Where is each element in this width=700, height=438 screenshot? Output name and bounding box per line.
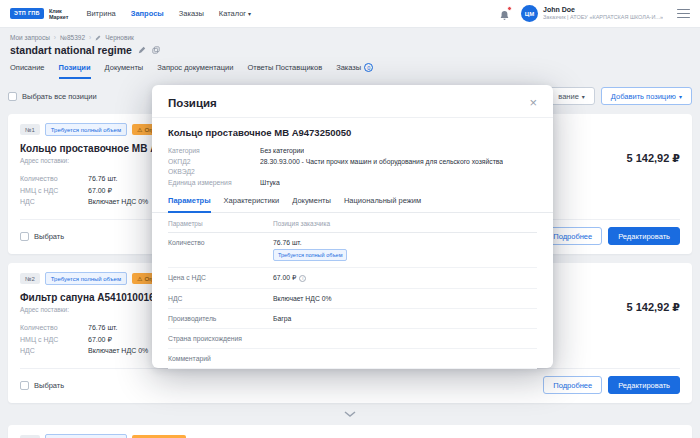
table-row: Цена с НДС 67.00 ₽i bbox=[168, 268, 537, 289]
select-all-positions[interactable]: Выбрать все позиции bbox=[8, 92, 97, 101]
nmc-value: 67.00 ₽ bbox=[88, 185, 112, 197]
tab-doc-request[interactable]: Запрос документации bbox=[157, 63, 233, 79]
position-card-3: №3 Требуется полный объем ⚠Ограничения bbox=[8, 425, 692, 438]
nav-zakazy[interactable]: Заказы bbox=[179, 9, 204, 18]
nav-vitrina[interactable]: Витрина bbox=[86, 9, 115, 18]
card-footer: Выбрать Подробнее Редактировать bbox=[20, 368, 680, 394]
badges-row: №3 Требуется полный объем ⚠Ограничения bbox=[20, 434, 680, 438]
table-row: Производитель Багра bbox=[168, 309, 537, 329]
edit-button[interactable]: Редактировать bbox=[608, 376, 680, 394]
avatar[interactable]: ЦМ bbox=[521, 5, 538, 22]
unit-value: Штука bbox=[260, 178, 280, 189]
title-row: standart national regime bbox=[10, 44, 690, 56]
vat-value: Включает НДС 0% bbox=[88, 345, 148, 357]
tab-supplier-answers[interactable]: Ответы Поставщиков bbox=[247, 63, 322, 79]
select-position-checkbox[interactable] bbox=[20, 232, 29, 241]
nav-zaprosy[interactable]: Запросы bbox=[131, 9, 164, 18]
full-volume-badge: Требуется полный объем bbox=[45, 123, 127, 136]
draft-pencil-icon bbox=[95, 35, 101, 41]
okpd2-value: 28.30.93.000 - Части прочих машин и обор… bbox=[260, 157, 503, 168]
nmc-value: 67.00 ₽ bbox=[88, 334, 112, 346]
position-total-price: 5 142,92 ₽ bbox=[626, 301, 680, 314]
col-customer-position: Позиция заказчика bbox=[273, 220, 330, 227]
select-position[interactable]: Выбрать bbox=[20, 381, 64, 390]
unit-label: Единица измерения bbox=[168, 178, 260, 189]
etp-gpb-logo[interactable]: ЭТП ГПБ bbox=[10, 8, 44, 20]
col-parameters: Параметры bbox=[168, 220, 273, 227]
edit-title-icon[interactable] bbox=[138, 46, 146, 54]
info-icon[interactable]: i bbox=[299, 275, 306, 282]
position-modal: Позиция × Кольцо проставочное МВ А947325… bbox=[152, 85, 553, 368]
breadcrumb-draft-status: Черновик bbox=[105, 34, 134, 41]
breadcrumb-request-number[interactable]: №85392 bbox=[60, 34, 85, 41]
nmc-label: НМЦ с НДС bbox=[20, 334, 88, 346]
brand-klik-market: Клик Маркет bbox=[49, 8, 69, 20]
scroll-down-chevron-icon[interactable] bbox=[0, 403, 700, 425]
qty-value: 76.76 шт. bbox=[88, 173, 117, 185]
select-position-checkbox[interactable] bbox=[20, 381, 29, 390]
vat-label: НДС bbox=[20, 345, 88, 357]
table-row: НДС Включает НДС 0% bbox=[168, 289, 537, 309]
page-title: standart national regime bbox=[10, 44, 132, 56]
modal-item-name: Кольцо проставочное МВ А9473250050 bbox=[152, 118, 553, 138]
tab-positions[interactable]: Позиции bbox=[59, 63, 91, 79]
edit-button[interactable]: Редактировать bbox=[608, 227, 680, 245]
user-role: Заказчик | АТОЕУ «КАРПАТСКАЯ ШКОЛА-И...» bbox=[543, 14, 663, 21]
nav-katalog[interactable]: Каталог▾ bbox=[219, 9, 251, 18]
orders-count-badge: 0 bbox=[364, 63, 373, 72]
parameters-table: Параметры Позиция заказчика Количество 7… bbox=[152, 213, 553, 369]
modal-fields: КатегорияБез категории ОКПД228.30.93.000… bbox=[152, 138, 553, 188]
notifications-bell-icon[interactable] bbox=[499, 7, 512, 20]
add-position-button[interactable]: Добавить позицию▾ bbox=[601, 87, 692, 105]
warning-icon: ⚠ bbox=[137, 276, 142, 282]
chevron-down-icon: ▾ bbox=[679, 93, 682, 100]
vat-value: Включает НДС 0% bbox=[88, 196, 148, 208]
position-total-price: 5 142,92 ₽ bbox=[626, 152, 680, 165]
tab-description[interactable]: Описание bbox=[10, 63, 45, 79]
okpd2-label: ОКПД2 bbox=[168, 157, 260, 168]
qty-value: 76.76 шт. bbox=[88, 322, 117, 334]
main-nav: Витрина Запросы Заказы Каталог▾ bbox=[86, 9, 251, 18]
menu-icon[interactable] bbox=[677, 9, 690, 19]
user-info[interactable]: John Doe Заказчик | АТОЕУ «КАРПАТСКАЯ ШК… bbox=[543, 6, 663, 21]
modal-title: Позиция bbox=[168, 97, 217, 109]
select-label: Выбрать bbox=[34, 381, 64, 390]
table-row: Комментарий bbox=[168, 349, 537, 369]
position-number-badge: №1 bbox=[20, 124, 40, 135]
top-header: ЭТП ГПБ Клик Маркет Витрина Запросы Зака… bbox=[0, 0, 700, 28]
vat-label: НДС bbox=[20, 196, 88, 208]
copy-link-icon[interactable] bbox=[152, 46, 160, 54]
table-row: Страна происхождения bbox=[168, 329, 537, 349]
tab-documents[interactable]: Документы bbox=[105, 63, 144, 79]
brand-line-2: Маркет bbox=[49, 14, 69, 20]
table-header: Параметры Позиция заказчика bbox=[168, 213, 537, 233]
breadcrumb-band: Мои запросы › №85392 › Черновик standart… bbox=[0, 28, 700, 56]
full-volume-badge: Требуется полный объем bbox=[45, 272, 127, 285]
modal-tab-national-regime[interactable]: Национальный режим bbox=[344, 196, 421, 213]
chevron-down-icon: ▾ bbox=[582, 93, 585, 100]
nmc-label: НМЦ с НДС bbox=[20, 185, 88, 197]
warning-icon: ⚠ bbox=[137, 127, 142, 133]
user-name: John Doe bbox=[543, 6, 663, 14]
modal-tabs: Параметры Характеристики Документы Нацио… bbox=[152, 188, 553, 213]
category-label: Категория bbox=[168, 146, 260, 157]
select-position[interactable]: Выбрать bbox=[20, 232, 64, 241]
details-button[interactable]: Подробнее bbox=[543, 376, 602, 394]
full-volume-badge: Требуется полный объем bbox=[273, 249, 347, 261]
qty-label: Количество bbox=[20, 173, 88, 185]
modal-tab-documents[interactable]: Документы bbox=[292, 196, 331, 213]
select-all-checkbox[interactable] bbox=[8, 92, 17, 101]
tab-orders[interactable]: Заказы0 bbox=[336, 63, 373, 79]
okved2-label: ОКВЭД2 bbox=[168, 167, 260, 178]
select-all-label: Выбрать все позиции bbox=[22, 92, 97, 101]
table-row: Количество 76.76 шт.Требуется полный объ… bbox=[168, 233, 537, 268]
actions-dropdown-button[interactable]: вание▾ bbox=[548, 87, 595, 105]
position-number-badge: №2 bbox=[20, 273, 40, 284]
modal-tab-characteristics[interactable]: Характеристики bbox=[224, 196, 280, 213]
modal-tab-parameters[interactable]: Параметры bbox=[168, 196, 211, 213]
modal-header: Позиция × bbox=[152, 85, 553, 118]
qty-label: Количество bbox=[20, 322, 88, 334]
breadcrumb-my-requests[interactable]: Мои запросы bbox=[10, 34, 50, 41]
breadcrumb: Мои запросы › №85392 › Черновик bbox=[10, 34, 690, 41]
close-icon[interactable]: × bbox=[529, 98, 537, 108]
